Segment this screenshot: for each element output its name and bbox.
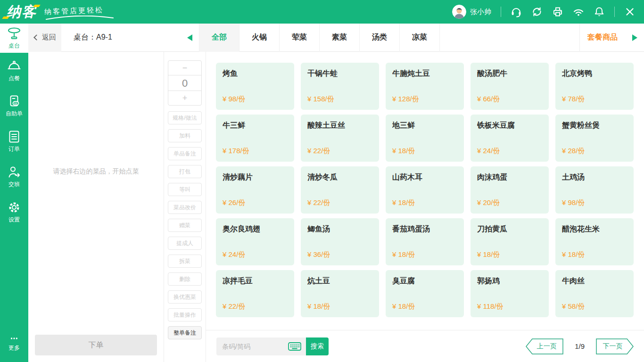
tabs-scroll-left-button[interactable] (180, 24, 199, 52)
self-order-receipt-icon (7, 94, 21, 108)
prev-page-button[interactable]: 上一页 (526, 338, 563, 354)
commission-person-button[interactable]: 提成人 (168, 237, 202, 250)
triangle-right-icon (632, 34, 637, 41)
next-page-button[interactable]: 下一页 (596, 338, 634, 354)
dish-card[interactable]: 牛肉丝¥ 58/份 (555, 270, 634, 317)
avatar (452, 5, 466, 19)
dish-card[interactable]: 铁板米豆腐¥ 24/份 (471, 115, 549, 162)
bottom-bar: 搜索 上一页 1/9 下一页 (206, 330, 644, 362)
whole-order-note-button[interactable]: 整单备注 (168, 326, 202, 339)
quantity-plus-button[interactable]: + (168, 91, 201, 105)
item-actions-panel: − 0 + 规格/做法 加料 单品备注 打包 等叫 菜品改价 赠菜 提成人 拆菜… (164, 52, 206, 362)
dish-card[interactable]: 北京烤鸭¥ 78/份 (555, 63, 634, 110)
support-icon[interactable] (511, 6, 522, 17)
dish-card[interactable]: 酸辣土豆丝¥ 22/份 (301, 115, 379, 162)
logo-text: 纳客 (7, 1, 37, 23)
dish-card[interactable]: 醋泡花生米¥ 18/份 (555, 218, 634, 265)
dish-card[interactable]: 清炒藕片¥ 26/份 (216, 166, 294, 214)
spec-method-button[interactable]: 规格/做法 (168, 111, 202, 124)
gear-icon (7, 200, 21, 214)
dish-card[interactable]: 凉拌毛豆¥ 22/份 (216, 270, 294, 317)
dish-card[interactable]: 肉沫鸡蛋¥ 20/份 (471, 166, 549, 214)
tab-all[interactable]: 全部 (199, 24, 239, 52)
dish-card[interactable]: 牛三鲜¥ 178/份 (216, 115, 294, 162)
triangle-left-icon (187, 34, 192, 41)
batch-operation-button[interactable]: 批量操作 (168, 308, 202, 321)
bell-icon[interactable] (594, 6, 605, 17)
sidebar-item-shift-change[interactable]: 交班 (0, 159, 28, 194)
topbar: 纳客 纳客管店更轻松 张小帅 (0, 0, 644, 24)
wait-call-button[interactable]: 等叫 (168, 183, 202, 196)
tab-hotpot[interactable]: 火锅 (239, 24, 280, 52)
gift-dish-button[interactable]: 赠菜 (168, 219, 202, 232)
page-indicator: 1/9 (575, 342, 585, 350)
logo-slogan: 纳客管店更轻松 (44, 7, 115, 23)
dish-card[interactable]: 蟹黄粉丝煲¥ 28/份 (555, 115, 634, 162)
order-list-icon (7, 130, 21, 144)
tab-meat[interactable]: 荤菜 (280, 24, 320, 52)
dish-card[interactable]: 山药木耳¥ 18/份 (386, 166, 464, 214)
sidebar-item-tables[interactable]: 桌台 (0, 24, 28, 53)
divider (501, 7, 501, 17)
takeout-pack-button[interactable]: 打包 (168, 165, 202, 178)
user-name: 张小帅 (470, 8, 491, 16)
add-ingredient-button[interactable]: 加料 (168, 129, 202, 142)
topbar-actions: 张小帅 (452, 5, 644, 19)
dish-card[interactable]: 郭扬鸡¥ 118/份 (471, 270, 549, 317)
sync-icon[interactable] (531, 6, 543, 17)
sidebar-item-more[interactable]: 更多 (0, 328, 28, 358)
printer-icon[interactable] (552, 6, 563, 17)
dish-card[interactable]: 刀拍黄瓜¥ 18/份 (471, 218, 549, 265)
app-logo: 纳客 纳客管店更轻松 (0, 1, 115, 23)
shift-person-icon (7, 165, 21, 179)
dish-card[interactable]: 土鸡汤¥ 98/份 (555, 166, 634, 214)
sidebar-item-orders[interactable]: 订单 (0, 123, 28, 159)
tab-cold-dish[interactable]: 凉菜 (400, 24, 440, 52)
quantity-value: 0 (168, 75, 201, 91)
dish-grid: 烤鱼¥ 98/份 干锅牛蛙¥ 158/份 牛腩炖土豆¥ 128/份 酸汤肥牛¥ … (216, 63, 634, 317)
split-dish-button[interactable]: 拆菜 (168, 255, 202, 268)
close-icon[interactable] (624, 6, 636, 17)
table-title: 桌台：A9-1 (74, 33, 180, 42)
sidebar-item-order-food[interactable]: 点餐 (0, 53, 28, 88)
quantity-minus-button[interactable]: − (168, 61, 201, 75)
keyboard-icon[interactable] (288, 342, 301, 351)
dish-card[interactable]: 番茄鸡蛋汤¥ 18/份 (386, 218, 464, 265)
tab-vegetable[interactable]: 素菜 (320, 24, 360, 52)
quantity-stepper: − 0 + (168, 60, 202, 106)
divider (614, 7, 615, 17)
dish-card[interactable]: 鲫鱼汤¥ 36/份 (301, 218, 379, 265)
dish-card[interactable]: 地三鲜¥ 18/份 (386, 115, 464, 162)
sidebar-item-settings[interactable]: 设置 (0, 194, 28, 230)
empty-order-hint: 请选择右边的菜品，开始点菜 (28, 167, 164, 176)
category-tabs: 全部 火锅 荤菜 素菜 汤类 凉菜 (199, 24, 440, 52)
submit-order-button[interactable]: 下单 (35, 335, 157, 355)
dish-card[interactable]: 烤鱼¥ 98/份 (216, 63, 294, 110)
sidebar-item-self-order[interactable]: 自助单 (0, 88, 28, 123)
tab-soup[interactable]: 汤类 (360, 24, 400, 52)
dish-card[interactable]: 酸汤肥牛¥ 66/份 (471, 63, 549, 110)
order-panel: 请选择右边的菜品，开始点菜 下单 (28, 52, 164, 362)
user-profile[interactable]: 张小帅 (452, 5, 491, 19)
subheader: 返回 桌台：A9-1 全部 火锅 荤菜 素菜 汤类 凉菜 套餐商品 (28, 24, 644, 52)
combo-products-button[interactable]: 套餐商品 (579, 24, 625, 52)
dish-card[interactable]: 奥尔良鸡翅¥ 24/份 (216, 218, 294, 265)
logo-accent-icon (33, 5, 41, 7)
search-button[interactable]: 搜索 (306, 337, 329, 355)
dish-card[interactable]: 炕土豆¥ 18/份 (301, 270, 379, 317)
dish-card[interactable]: 清炒冬瓜¥ 22/份 (301, 166, 379, 214)
swap-discount-dish-button[interactable]: 换优惠菜 (168, 290, 202, 304)
wifi-icon[interactable] (573, 6, 584, 17)
back-button[interactable]: 返回 (28, 24, 61, 52)
dish-card[interactable]: 臭豆腐¥ 18/份 (386, 270, 464, 317)
item-note-button[interactable]: 单品备注 (168, 147, 202, 160)
sidebar: 桌台 点餐 自助单 订单 交班 (0, 24, 28, 362)
dish-card[interactable]: 牛腩炖土豆¥ 128/份 (386, 63, 464, 110)
dish-card[interactable]: 干锅牛蛙¥ 158/份 (301, 63, 379, 110)
more-dots-icon (7, 334, 21, 343)
change-price-button[interactable]: 菜品改价 (168, 201, 202, 214)
delete-button[interactable]: 删除 (168, 272, 202, 286)
table-icon (7, 26, 21, 41)
search-group: 搜索 (216, 337, 329, 355)
tabs-scroll-right-button[interactable] (625, 24, 644, 52)
